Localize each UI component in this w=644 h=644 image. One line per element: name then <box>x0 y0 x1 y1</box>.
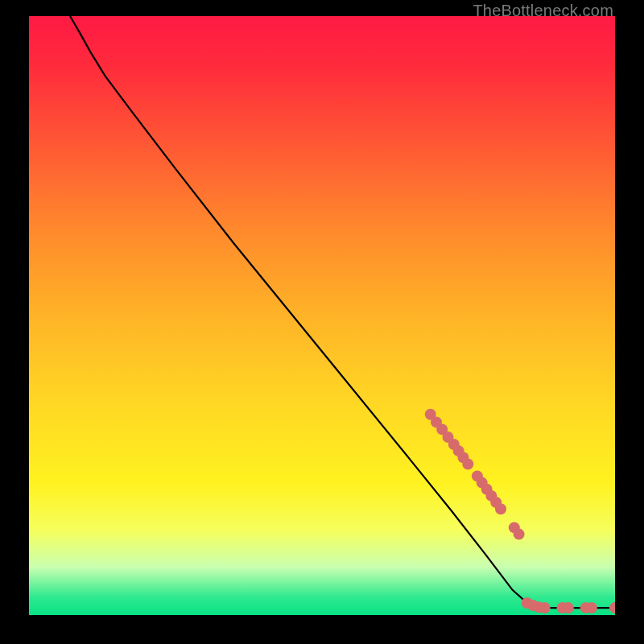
data-marker <box>485 490 497 502</box>
chart-svg <box>29 16 615 615</box>
data-marker <box>580 602 592 613</box>
data-marker <box>462 459 473 470</box>
data-marker <box>522 597 533 609</box>
data-marker <box>425 409 436 420</box>
chart-frame: TheBottleneck.com <box>0 0 644 644</box>
plot-area <box>29 16 615 615</box>
data-marker <box>453 445 464 456</box>
data-marker <box>527 600 539 611</box>
data-marker <box>509 522 520 533</box>
data-marker <box>539 602 551 613</box>
data-marker <box>563 602 574 613</box>
data-marker <box>472 470 483 481</box>
data-marker <box>448 439 460 450</box>
marker-group <box>425 409 615 613</box>
data-marker <box>586 602 597 613</box>
data-marker <box>457 452 469 463</box>
data-marker <box>481 484 493 495</box>
data-marker <box>514 529 525 540</box>
data-marker <box>436 423 448 435</box>
data-marker <box>533 601 544 613</box>
data-marker <box>557 602 568 613</box>
data-marker <box>490 497 502 508</box>
data-marker <box>431 416 442 427</box>
curve-line <box>70 16 615 608</box>
data-marker <box>609 602 615 613</box>
data-marker <box>495 503 506 514</box>
data-marker <box>477 477 488 489</box>
data-marker <box>443 431 454 443</box>
